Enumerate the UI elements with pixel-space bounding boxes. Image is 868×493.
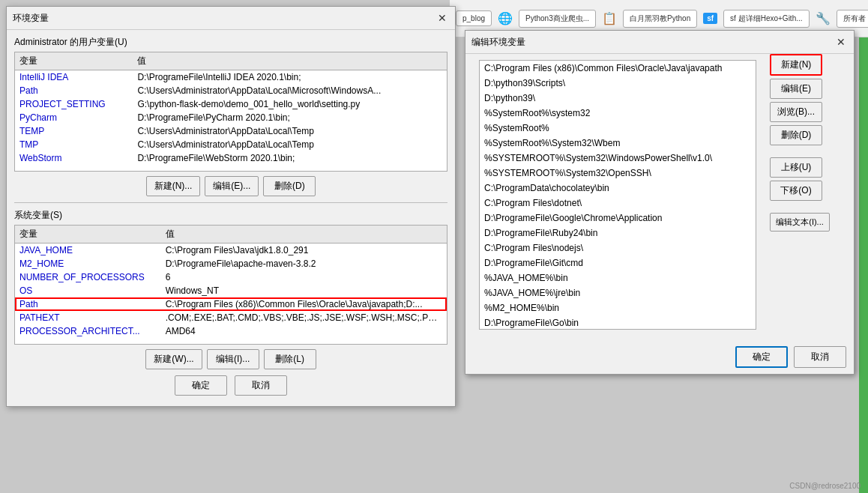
env-dialog-titlebar: 环境变量 ✕ xyxy=(7,7,455,30)
env-dialog-bottom-btns: 确定 取消 xyxy=(14,369,447,400)
edit-path-list[interactable]: C:\Program Files (x86)\Common Files\Orac… xyxy=(479,60,756,330)
path-entry[interactable]: %JAVA_HOME%\bin xyxy=(480,270,756,285)
path-entry[interactable]: C:\Program Files\nodejs\ xyxy=(480,241,756,255)
user-vars-table-container: 变量 值 IntelliJ IDEAD:\ProgrameFile\Intell… xyxy=(14,52,447,172)
path-entry[interactable]: %SYSTEMROOT%\System32\WindowsPowerShell\… xyxy=(480,151,756,166)
user-var-row[interactable]: PathC:\Users\Administrator\AppData\Local… xyxy=(15,84,447,97)
watermark: CSDN@redrose2100 xyxy=(789,482,861,490)
edit-down-btn[interactable]: 下移(O) xyxy=(770,181,822,201)
env-dialog: 环境变量 ✕ Administrator 的用户变量(U) 变量 值 Intel… xyxy=(6,6,456,407)
path-entry[interactable]: %SystemRoot%\system32 xyxy=(480,106,756,121)
tab-python-edu[interactable]: 白月黑羽教Python xyxy=(623,10,697,28)
path-entry[interactable]: %SystemRoot% xyxy=(480,121,756,136)
env-dialog-title: 环境变量 xyxy=(13,12,49,25)
user-var-row[interactable]: IntelliJ IDEAD:\ProgrameFile\IntelliJ ID… xyxy=(15,70,447,85)
user-var-row[interactable]: WebStormD:\ProgrameFile\WebStorm 2020.1\… xyxy=(15,151,447,165)
user-var-row[interactable]: PROJECT_SETTINGG:\python-flask-demo\demo… xyxy=(15,97,447,111)
path-entry[interactable]: %SystemRoot%\System32\Wbem xyxy=(480,136,756,151)
path-entry[interactable]: D:\python39\ xyxy=(480,91,756,106)
edit-ok-btn[interactable]: 确定 xyxy=(735,346,788,368)
user-var-row[interactable]: TMPC:\Users\Administrator\AppData\Local\… xyxy=(15,138,447,151)
env-ok-btn[interactable]: 确定 xyxy=(175,375,227,396)
path-entry[interactable]: %M2_HOME%\bin xyxy=(480,300,756,315)
system-section-label: 系统变量(S) xyxy=(14,209,447,222)
path-entry[interactable]: D:\ProgrameFile\Git\cmd xyxy=(480,255,756,270)
sys-var-row[interactable]: PATHEXT.COM;.EXE;.BAT;.CMD;.VBS;.VBE;.JS… xyxy=(15,311,447,324)
system-btn-row: 新建(W)... 编辑(I)... 删除(L) xyxy=(14,349,447,369)
path-entry[interactable]: D:\ProgrameFile\Google\Chrome\Applicatio… xyxy=(480,211,756,226)
user-var-row[interactable]: TEMPC:\Users\Administrator\AppData\Local… xyxy=(15,124,447,138)
env-dialog-close[interactable]: ✕ xyxy=(435,11,449,25)
edit-dialog: 编辑环境变量 ✕ C:\Program Files (x86)\Common F… xyxy=(465,30,855,375)
path-entry[interactable]: C:\Program Files (x86)\Common Files\Orac… xyxy=(480,61,756,76)
edit-dialog-close[interactable]: ✕ xyxy=(834,35,848,49)
edit-dialog-titlebar: 编辑环境变量 ✕ xyxy=(465,31,854,54)
sys-var-col-value: 值 xyxy=(161,226,447,244)
sys-var-row[interactable]: JAVA_HOMEC:\Program Files\Java\jdk1.8.0_… xyxy=(15,244,447,258)
sys-edit-btn[interactable]: 编辑(I)... xyxy=(207,349,259,369)
edit-text-btn[interactable]: 编辑文本(I)... xyxy=(770,213,830,232)
path-entry[interactable]: C:\ProgramData\chocolatey\bin xyxy=(480,181,756,196)
edit-dialog-title: 编辑环境变量 xyxy=(471,36,525,49)
user-section-label: Administrator 的用户变量(U) xyxy=(14,36,447,49)
sys-var-row[interactable]: M2_HOMED:\ProgrameFile\apache-maven-3.8.… xyxy=(15,257,447,270)
edit-new-btn[interactable]: 新建(N) xyxy=(770,54,822,76)
sys-var-row[interactable]: PROCESSOR_ARCHITECT...AMD64 xyxy=(15,324,447,338)
sys-delete-btn[interactable]: 删除(L) xyxy=(264,349,316,369)
user-vars-table: 变量 值 IntelliJ IDEAD:\ProgrameFile\Intell… xyxy=(15,52,447,165)
edit-cancel-btn[interactable]: 取消 xyxy=(794,346,846,368)
path-entry[interactable]: D:\python39\Scripts\ xyxy=(480,76,756,91)
user-btn-row: 新建(N)... 编辑(E)... 删除(D) xyxy=(14,176,447,196)
sys-new-btn[interactable]: 新建(W)... xyxy=(145,349,202,369)
sys-var-row[interactable]: OSWindows_NT xyxy=(15,284,447,297)
edit-bottom-btns: 确定 取消 xyxy=(465,342,854,374)
tab-all[interactable]: 所有者 xyxy=(837,10,868,28)
user-var-row[interactable]: PyCharmD:\ProgrameFile\PyCharm 2020.1\bi… xyxy=(15,111,447,124)
sys-var-col-name: 变量 xyxy=(15,226,161,244)
user-var-col-name: 变量 xyxy=(15,52,133,70)
path-entry[interactable]: D:\ProgrameFile\Go\bin xyxy=(480,315,756,330)
path-entry[interactable]: D:\ProgrameFile\Ruby24\bin xyxy=(480,226,756,241)
edit-up-btn[interactable]: 上移(U) xyxy=(770,157,822,178)
edit-delete-btn[interactable]: 删除(D) xyxy=(770,125,822,145)
path-entry[interactable]: %JAVA_HOME%\jre\bin xyxy=(480,285,756,300)
path-entry[interactable]: %SYSTEMROOT%\System32\OpenSSH\ xyxy=(480,166,756,181)
user-var-col-value: 值 xyxy=(133,52,447,70)
env-cancel-btn[interactable]: 取消 xyxy=(235,375,287,396)
user-edit-btn[interactable]: 编辑(E)... xyxy=(205,176,259,196)
user-delete-btn[interactable]: 删除(D) xyxy=(263,176,316,196)
edit-browse-btn[interactable]: 浏览(B)... xyxy=(770,102,822,122)
path-entry[interactable]: C:\Program Files\dotnet\ xyxy=(480,196,756,211)
user-new-btn[interactable]: 新建(N)... xyxy=(146,176,201,196)
system-vars-table-container: 变量 值 JAVA_HOMEC:\Program Files\Java\jdk1… xyxy=(14,225,447,345)
edit-dialog-body: C:\Program Files (x86)\Common Files\Orac… xyxy=(465,54,854,342)
tab-python3[interactable]: Python3商业爬虫... xyxy=(519,10,596,28)
sys-var-row[interactable]: NUMBER_OF_PROCESSORS6 xyxy=(15,270,447,284)
tab-pblog[interactable]: p_blog xyxy=(456,10,492,26)
sys-var-row[interactable]: PathC:\Program Files (x86)\Common Files\… xyxy=(15,297,447,311)
system-vars-table: 变量 值 JAVA_HOMEC:\Program Files\Java\jdk1… xyxy=(15,226,447,338)
tab-hexo[interactable]: sf 超详细Hexo+Gith... xyxy=(723,10,809,28)
edit-edit-btn[interactable]: 编辑(E) xyxy=(770,79,822,99)
